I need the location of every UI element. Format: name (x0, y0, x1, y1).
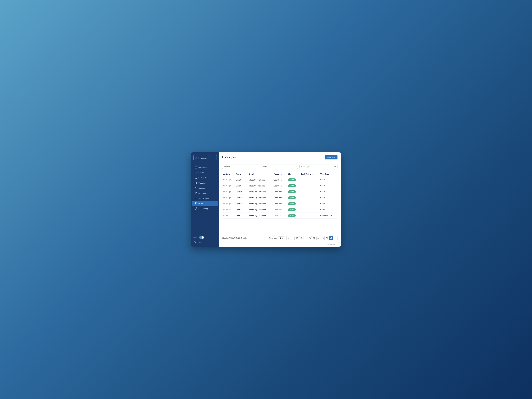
bar-chart-icon (195, 182, 197, 184)
actions-cell: ✉ ✏ 🗑 (222, 213, 235, 219)
delete-icon[interactable]: 🗑 (229, 209, 231, 211)
mail-icon[interactable]: ✉ (223, 209, 225, 211)
page-button-22[interactable]: 22 (317, 236, 320, 240)
filters-row: Status Active Inactive User Type CLIENT … (219, 162, 341, 171)
email-sort-icon: ↑↓ (255, 173, 256, 175)
svg-point-17 (195, 203, 196, 203)
user-name: User 9 (235, 183, 248, 189)
col-last-online[interactable]: Last Online ↑↓ (300, 171, 319, 177)
page-buttons: « 16171819202122232425» (286, 236, 337, 240)
sidebar-item-label: Category (198, 187, 206, 189)
edit-icon[interactable]: ✏ (226, 196, 228, 199)
pagination-row: Showing 241 to 247 of 247 entries Show r… (219, 234, 341, 242)
edit-icon[interactable]: ✏ (226, 179, 228, 181)
svg-point-18 (196, 203, 197, 203)
user-last-online (300, 213, 319, 219)
table-container: Actions Name ↑↓ Email ↑↓ Passw (219, 171, 341, 234)
user-type: CLIENT (319, 195, 337, 201)
user-email: admin10@gmail.com (248, 189, 273, 195)
delete-icon[interactable]: 🗑 (229, 179, 231, 181)
col-email[interactable]: Email ↑↓ (248, 171, 273, 177)
col-password: Password (273, 171, 287, 177)
user-password: UserUser (273, 195, 287, 201)
page-last-button[interactable]: » (334, 236, 337, 240)
user-last-online (300, 183, 319, 189)
status-badge: Active (288, 208, 296, 211)
user-type: CLIENT (319, 183, 337, 189)
user-last-online (300, 207, 319, 213)
user-status: Active (287, 189, 300, 195)
col-actions: Actions (222, 171, 235, 177)
add-new-button[interactable]: Add New (325, 155, 337, 159)
page-header: Users (247) Add New (219, 152, 341, 162)
grid-icon (195, 166, 197, 169)
page-button-19[interactable]: 19 (304, 236, 307, 240)
delete-icon[interactable]: 🗑 (229, 191, 231, 193)
page-button-24[interactable]: 24 (325, 236, 329, 240)
sidebar-item-dashboard[interactable]: Dashboard (192, 165, 218, 170)
page-button-17[interactable]: 17 (295, 236, 299, 240)
search-input[interactable] (222, 164, 258, 169)
logout-item[interactable]: Log Out (193, 241, 217, 244)
col-name[interactable]: Name ↑↓ (235, 171, 248, 177)
showing-text: Showing 241 to 247 of 247 entries (222, 237, 247, 239)
user-last-online (300, 189, 319, 195)
user-name: User 14 (235, 213, 248, 219)
mail-icon[interactable]: ✉ (223, 215, 225, 217)
logo-text: Leibovich & Avnir Consultants (200, 156, 210, 159)
page-button-18[interactable]: 18 (299, 236, 303, 240)
page-button-25[interactable]: 25 (329, 236, 333, 240)
sidebar-item-site-linking[interactable]: Site Linking (192, 206, 218, 211)
actions-cell: ✉ ✏ 🗑 (222, 201, 235, 207)
show-rows-label: Show rows (269, 237, 277, 239)
logo-area: LAC Leibovich & Avnir Consultants (191, 152, 219, 163)
page-button-16[interactable]: 16 (291, 236, 295, 240)
page-button-21[interactable]: 21 (312, 236, 316, 240)
edit-icon[interactable]: ✏ (226, 209, 228, 211)
sidebar-item-form-list[interactable]: Form List (192, 175, 218, 180)
edit-icon[interactable]: ✏ (226, 203, 228, 205)
sidebar-item-sign-forms[interactable]: Sign&Forms (192, 191, 218, 196)
page-button-23[interactable]: 23 (321, 236, 325, 240)
user-status: Active (287, 195, 300, 201)
user-email: admin12@gmail.com (248, 201, 273, 207)
svg-rect-14 (196, 182, 197, 184)
user-email: admin11@gmail.com (248, 195, 273, 201)
sidebar-item-users[interactable]: Users (192, 201, 218, 206)
sidebar-item-search[interactable]: Search (192, 170, 218, 175)
svg-rect-13 (196, 183, 196, 184)
sidebar: LAC Leibovich & Avnir Consultants Dashbo… (191, 152, 219, 247)
sidebar-item-statistics[interactable]: Statistics (192, 180, 218, 185)
lang-toggle-switch[interactable] (199, 236, 204, 239)
page-first-button[interactable]: « (286, 236, 290, 240)
sidebar-bottom: He/En Log Out (191, 234, 219, 247)
rows-per-page-select[interactable]: 10 25 50 (278, 236, 284, 240)
mail-icon[interactable]: ✉ (223, 185, 225, 187)
sidebar-item-label: Sign&Forms (198, 192, 208, 194)
status-filter[interactable]: Status Active Inactive (260, 164, 298, 169)
delete-icon[interactable]: 🗑 (229, 185, 231, 187)
delete-icon[interactable]: 🗑 (229, 215, 231, 217)
user-type-filter[interactable]: User Type CLIENT CONTRACTOR (299, 164, 337, 169)
page-button-20[interactable]: 20 (308, 236, 312, 240)
delete-icon[interactable]: 🗑 (229, 203, 231, 205)
edit-icon[interactable]: ✏ (226, 215, 228, 217)
sidebar-item-category[interactable]: Category (192, 185, 218, 190)
folder-icon (195, 187, 197, 189)
delete-icon[interactable]: 🗑 (229, 196, 231, 199)
svg-marker-16 (196, 198, 196, 199)
edit-icon[interactable]: ✏ (226, 185, 228, 187)
mail-icon[interactable]: ✉ (223, 203, 225, 205)
col-user-type[interactable]: User Type ↑↓ (319, 171, 337, 177)
status-badge: Active (288, 214, 296, 217)
lang-label: He/En (193, 236, 198, 238)
svg-rect-10 (195, 178, 195, 179)
mail-icon[interactable]: ✉ (223, 191, 225, 193)
mail-icon[interactable]: ✉ (223, 196, 225, 199)
edit-icon[interactable]: ✏ (226, 191, 228, 193)
mail-icon[interactable]: ✉ (223, 179, 225, 181)
main-content: Users (247) Add New Status Active Inacti… (219, 152, 341, 247)
user-type: CLIENT (319, 207, 337, 213)
sidebar-item-label: Site Linking (198, 208, 208, 210)
sidebar-item-tutorial-videos[interactable]: Tutorial Videos (192, 196, 218, 201)
